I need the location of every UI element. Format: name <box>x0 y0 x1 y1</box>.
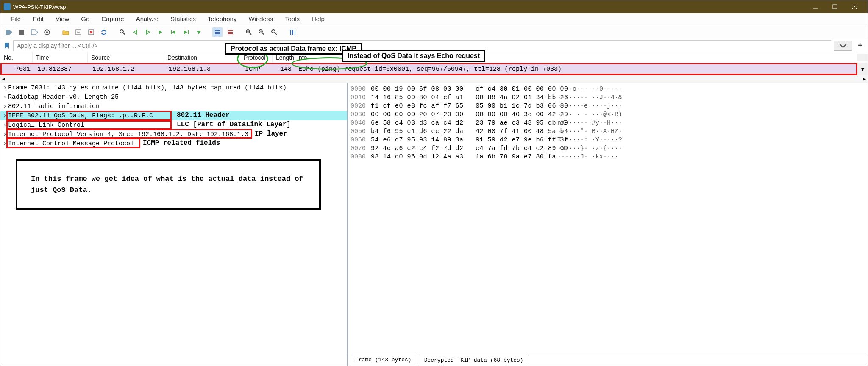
menu-file[interactable]: File <box>5 14 27 24</box>
tab-frame[interactable]: Frame (143 bytes) <box>350 355 417 366</box>
colorize-icon[interactable] <box>212 27 223 37</box>
svg-marker-20 <box>159 30 162 34</box>
bookmark-icon[interactable] <box>3 42 11 50</box>
svg-line-35 <box>249 33 251 35</box>
cell-proto: ICMP <box>242 66 274 73</box>
column-source[interactable]: Source <box>88 52 164 63</box>
resize-columns-icon[interactable] <box>288 27 298 37</box>
column-destination[interactable]: Destination <box>164 52 240 63</box>
svg-marker-18 <box>134 30 137 34</box>
cell-dst: 192.168.1.3 <box>165 66 242 73</box>
horizontal-scrollbar[interactable]: ◂▸ <box>0 75 868 83</box>
svg-marker-19 <box>146 30 150 34</box>
stop-capture-icon[interactable] <box>17 27 27 37</box>
cell-src: 192.168.1.2 <box>89 66 165 73</box>
svg-marker-4 <box>6 30 12 35</box>
menu-statistics[interactable]: Statistics <box>164 14 202 24</box>
go-first-icon[interactable] <box>168 27 178 37</box>
go-back-icon[interactable] <box>130 27 140 37</box>
vertical-scrollbar-bottom[interactable]: ▾ <box>857 63 868 75</box>
title-bar: WPA-PSK-TKIP.wcap <box>0 0 868 13</box>
hex-line[interactable]: 0050b4 f6 95 c1 d6 cc 22 da 42 00 7f 41 … <box>351 128 865 136</box>
hex-line[interactable]: 0020f1 cf e0 e8 fc af f7 65 05 90 b1 1c … <box>351 103 865 111</box>
hex-line[interactable]: 001014 16 85 09 80 04 ef a1 00 88 4a 02 … <box>351 94 865 103</box>
menu-help[interactable]: Help <box>306 14 331 24</box>
hex-line[interactable]: 000000 00 19 00 6f 08 00 00 cf c4 30 01 … <box>351 86 865 94</box>
menu-analyze[interactable]: Analyze <box>130 14 164 24</box>
annotation-note: In this frame we get idea of what is the… <box>16 159 321 210</box>
svg-text:1: 1 <box>272 30 274 33</box>
cell-info: Echo (ping) request id=0x0001, seq=967/5… <box>295 66 856 73</box>
column-time[interactable]: Time <box>33 52 88 63</box>
hex-line[interactable]: 006054 e6 d7 95 93 14 89 3a 91 59 d2 e7 … <box>351 136 865 145</box>
svg-line-17 <box>123 33 125 35</box>
save-file-icon[interactable] <box>73 27 83 37</box>
column-no[interactable]: No. <box>0 52 33 63</box>
svg-marker-22 <box>172 30 175 34</box>
reload-icon[interactable] <box>99 27 109 37</box>
close-button[interactable] <box>845 1 864 13</box>
menu-wireless[interactable]: Wireless <box>242 14 279 24</box>
start-capture-icon[interactable] <box>4 27 14 37</box>
tree-icmp[interactable]: ›Internet Control Message Protocol <box>0 139 347 148</box>
svg-marker-6 <box>31 30 38 35</box>
tree-80211-radio[interactable]: ›802.11 radio information <box>0 102 347 111</box>
svg-rect-5 <box>19 30 24 35</box>
column-length[interactable]: Length <box>273 52 294 63</box>
svg-line-38 <box>262 33 264 35</box>
maximize-button[interactable] <box>825 1 845 13</box>
menu-telephony[interactable]: Telephony <box>202 14 242 24</box>
colorize-list-icon[interactable] <box>225 27 235 37</box>
restart-capture-icon[interactable] <box>29 27 39 37</box>
hex-line[interactable]: 008098 14 d0 96 0d 12 4a a3 fa 6b 78 9a … <box>351 153 865 162</box>
go-last-icon[interactable] <box>181 27 191 37</box>
column-protocol[interactable]: Protocol <box>240 52 273 63</box>
vertical-scrollbar[interactable] <box>857 54 868 61</box>
tree-radiotap[interactable]: ›Radiotap Header v0, Length 25 <box>0 92 347 102</box>
column-info[interactable]: Info <box>294 52 857 63</box>
display-filter-input[interactable] <box>13 40 831 51</box>
packet-row[interactable]: 7031 19.812387 192.168.1.2 192.168.1.3 I… <box>0 63 857 75</box>
go-forward-icon[interactable] <box>143 27 153 37</box>
packet-bytes-pane[interactable]: 000000 00 19 00 6f 08 00 00 cf c4 30 01 … <box>348 83 868 366</box>
auto-scroll-icon[interactable] <box>194 27 204 37</box>
svg-point-16 <box>120 30 123 33</box>
tree-llc[interactable]: ›Logical-Link Control <box>0 120 347 130</box>
zoom-out-icon[interactable] <box>256 27 267 37</box>
menu-view[interactable]: View <box>50 14 75 24</box>
svg-rect-1 <box>833 5 837 9</box>
add-filter-button[interactable]: + <box>855 41 865 50</box>
hex-line[interactable]: 00406e 58 c4 03 d3 ca c4 d2 23 79 ae c3 … <box>351 119 865 128</box>
menu-tools[interactable]: Tools <box>279 14 306 24</box>
go-to-packet-icon[interactable] <box>156 27 166 37</box>
close-file-icon[interactable] <box>86 27 96 37</box>
menu-capture[interactable]: Capture <box>95 14 130 24</box>
zoom-in-icon[interactable] <box>244 27 254 37</box>
svg-marker-24 <box>184 30 187 34</box>
svg-marker-25 <box>197 31 201 34</box>
tree-ipv4[interactable]: ›Internet Protocol Version 4, Src: 192.1… <box>0 130 347 139</box>
menu-edit[interactable]: Edit <box>27 14 50 24</box>
hex-line[interactable]: 003000 00 00 00 20 07 20 00 00 00 00 40 … <box>351 111 865 119</box>
zoom-reset-icon[interactable]: 1 <box>269 27 279 37</box>
display-filter-bar: + <box>0 39 868 52</box>
filter-expression-button[interactable] <box>834 41 852 51</box>
svg-marker-45 <box>840 44 846 47</box>
svg-line-41 <box>275 33 277 35</box>
window-title: WPA-PSK-TKIP.wcap <box>13 4 66 10</box>
packet-list[interactable]: 7031 19.812387 192.168.1.2 192.168.1.3 I… <box>0 63 868 83</box>
svg-point-8 <box>46 31 48 33</box>
packet-details-pane[interactable]: ›Frame 7031: 143 bytes on wire (1144 bit… <box>0 83 348 366</box>
menu-bar: File Edit View Go Capture Analyze Statis… <box>0 13 868 25</box>
tree-80211-qos[interactable]: ›IEEE 802.11 QoS Data, Flags: .p..R.F.C <box>0 111 347 120</box>
hex-line[interactable]: 007092 4e a6 c2 c4 f2 7d d2 e4 7a fd 7b … <box>351 145 865 153</box>
find-icon[interactable] <box>117 27 128 37</box>
tab-decrypted[interactable]: Decrypted TKIP data (68 bytes) <box>419 355 529 366</box>
cell-no: 7031 <box>2 66 34 73</box>
open-file-icon[interactable] <box>61 27 71 37</box>
tree-frame[interactable]: ›Frame 7031: 143 bytes on wire (1144 bit… <box>0 83 347 92</box>
capture-options-icon[interactable] <box>42 27 52 37</box>
menu-go[interactable]: Go <box>75 14 95 24</box>
minimize-button[interactable] <box>806 1 825 13</box>
wireshark-icon <box>4 3 11 10</box>
